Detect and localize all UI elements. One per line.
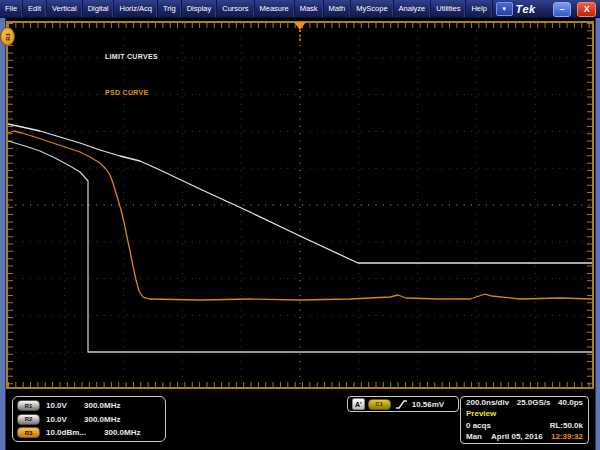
- menu-item-trig[interactable]: Trig: [158, 0, 182, 17]
- channel-row-r1[interactable]: R1 10.0V 300.0MHz: [17, 399, 161, 413]
- r2-bandwidth: 300.0MHz: [84, 415, 120, 424]
- menu-overflow-button[interactable]: ▼: [496, 2, 513, 16]
- psd-curve-label: PSD CURVE: [105, 89, 148, 96]
- minimize-button[interactable]: –: [553, 2, 572, 17]
- r3-reference-marker[interactable]: R3: [0, 27, 15, 46]
- close-button[interactable]: X: [577, 2, 596, 17]
- menu-item-mask[interactable]: Mask: [295, 0, 324, 17]
- menu-item-cursors[interactable]: Cursors: [217, 0, 254, 17]
- resolution: 40.0ps: [558, 399, 583, 407]
- menu-item-myscope[interactable]: MyScope: [351, 0, 393, 17]
- graticule-border: [7, 22, 593, 388]
- menu-items: FileEditVerticalDigitalHoriz/AcqTrigDisp…: [0, 0, 493, 17]
- r1-channel-badge[interactable]: R1: [17, 400, 40, 411]
- graticule-grid: [8, 23, 592, 387]
- limit-curves-label: LIMIT CURVES: [105, 53, 158, 60]
- record-length: RL:50.0k: [550, 422, 583, 430]
- psd-curve: [8, 131, 592, 300]
- r1-bandwidth: 300.0MHz: [84, 401, 120, 410]
- menu-item-utilities[interactable]: Utilities: [431, 0, 466, 17]
- r1-scale: 10.0V: [46, 401, 84, 410]
- tek-logo: Tek: [516, 0, 536, 17]
- channel-row-r2[interactable]: R2 10.0V 300.0MHz: [17, 413, 161, 427]
- window-frame-right: [595, 17, 600, 450]
- horizontal-scale: 200.0ns/div: [466, 399, 509, 407]
- graticule: [6, 21, 594, 389]
- menu-item-math[interactable]: Math: [324, 0, 352, 17]
- r2-channel-badge[interactable]: R2: [17, 414, 40, 425]
- menu-item-measure[interactable]: Measure: [255, 0, 295, 17]
- r3-bandwidth: 300.0MHz: [104, 428, 140, 437]
- oscilloscope-screen: FileEditVerticalDigitalHoriz/AcqTrigDisp…: [0, 0, 600, 450]
- trigger-event-badge[interactable]: A': [352, 398, 365, 410]
- channel-readout-box[interactable]: R1 10.0V 300.0MHz R2 10.0V 300.0MHz R3 1…: [12, 396, 166, 442]
- rising-edge-icon: [395, 399, 408, 410]
- menu-item-edit[interactable]: Edit: [23, 0, 47, 17]
- run-mode: Man: [466, 433, 482, 441]
- r3-scale: 10.0dBm...: [46, 428, 104, 437]
- menu-bar: FileEditVerticalDigitalHoriz/AcqTrigDisp…: [0, 0, 600, 18]
- window-frame-left: [0, 17, 6, 450]
- channel-row-r3[interactable]: R3 10.0dBm... 300.0MHz: [17, 426, 161, 440]
- preview-status: Preview: [466, 410, 496, 418]
- trigger-readout-box[interactable]: A' C1 10.56mV: [347, 396, 459, 412]
- menu-item-file[interactable]: File: [0, 0, 23, 17]
- horizontal-readout-box[interactable]: 200.0ns/div 25.0GS/s 40.0ps Preview 0 ac…: [460, 396, 589, 444]
- r2-scale: 10.0V: [46, 415, 84, 424]
- lower-limit-curve: [8, 141, 592, 352]
- menu-item-horiz-acq[interactable]: Horiz/Acq: [114, 0, 158, 17]
- chevron-down-icon: ▼: [501, 6, 507, 12]
- upper-limit-curve: [8, 124, 592, 263]
- acquisition-count: 0 acqs: [466, 422, 491, 430]
- r3-channel-badge[interactable]: R3: [17, 427, 40, 438]
- date-display: April 05, 2016: [491, 433, 543, 441]
- minimize-icon: –: [559, 5, 564, 14]
- menu-item-digital[interactable]: Digital: [83, 0, 115, 17]
- menu-item-help[interactable]: Help: [466, 0, 492, 17]
- close-icon: X: [584, 5, 590, 14]
- menu-item-vertical[interactable]: Vertical: [47, 0, 83, 17]
- menu-item-display[interactable]: Display: [182, 0, 218, 17]
- r3-reference-label: R3: [4, 33, 10, 41]
- menu-item-analyze[interactable]: Analyze: [394, 0, 432, 17]
- sample-rate: 25.0GS/s: [517, 399, 551, 407]
- trigger-level: 10.56mV: [412, 400, 444, 409]
- trigger-source-badge[interactable]: C1: [368, 399, 391, 410]
- time-display: 12:39:32: [551, 433, 583, 441]
